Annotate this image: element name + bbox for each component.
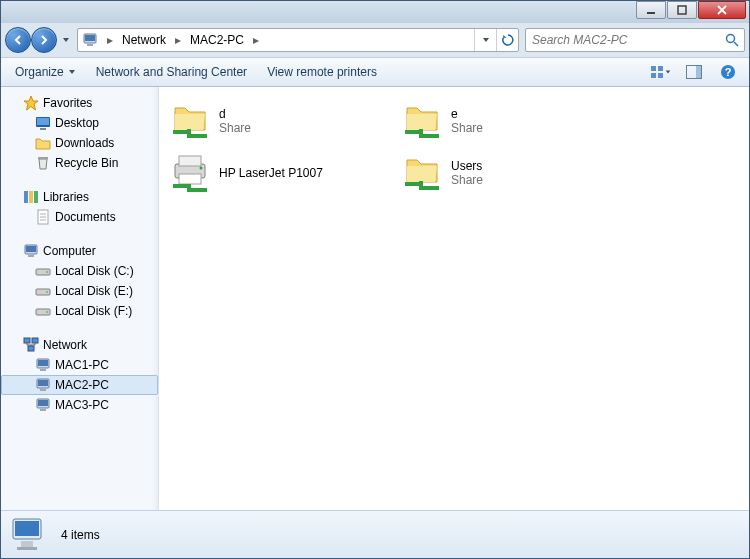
tree-group-computer: Computer Local Disk (C:) Local Disk (E:)… [1, 241, 158, 321]
network-sharing-center-link[interactable]: Network and Sharing Center [90, 63, 253, 81]
body: Favorites Desktop Downloads Recycle Bin [1, 87, 749, 510]
sidebar-item-disk-e[interactable]: Local Disk (E:) [1, 281, 158, 301]
svg-rect-39 [38, 360, 48, 366]
breadcrumb-root[interactable]: Network [116, 29, 172, 51]
sidebar-item-desktop[interactable]: Desktop [1, 113, 158, 133]
item-sub: Share [451, 173, 483, 187]
preview-pane-button[interactable] [681, 61, 707, 83]
share-folder-icon [401, 100, 443, 142]
network-label: Network [43, 338, 87, 352]
computer-header[interactable]: Computer [1, 241, 158, 261]
svg-rect-17 [40, 128, 46, 130]
sidebar-item-documents[interactable]: Documents [1, 207, 158, 227]
svg-rect-8 [658, 66, 663, 71]
chevron-right-icon[interactable]: ▸ [104, 33, 116, 47]
svg-rect-28 [28, 255, 34, 257]
toolbar: Organize Network and Sharing Center View… [1, 57, 749, 87]
address-bar[interactable]: ▸ Network ▸ MAC2-PC ▸ [77, 28, 519, 52]
search-box[interactable] [525, 28, 745, 52]
item-printer[interactable]: HP LaserJet P1007 [163, 147, 395, 199]
svg-rect-4 [87, 44, 93, 46]
item-sub: Share [451, 121, 483, 135]
breadcrumb-node[interactable]: MAC2-PC [184, 29, 250, 51]
svg-rect-56 [21, 541, 33, 547]
address-dropdown-icon[interactable] [474, 29, 496, 51]
item-share-users[interactable]: Users Share [395, 147, 627, 199]
svg-rect-1 [678, 6, 686, 14]
tree-group-favorites: Favorites Desktop Downloads Recycle Bin [1, 93, 158, 173]
status-count: 4 items [61, 528, 100, 542]
svg-rect-51 [179, 174, 201, 184]
svg-rect-43 [40, 389, 46, 391]
svg-rect-50 [179, 156, 201, 166]
chevron-right-icon[interactable]: ▸ [172, 33, 184, 47]
item-share-d[interactable]: d Share [163, 95, 395, 147]
computer-icon [35, 397, 51, 413]
computer-icon [35, 377, 51, 393]
view-mode-button[interactable] [647, 61, 673, 83]
forward-button[interactable] [31, 27, 57, 53]
sidebar-item-mac3-pc[interactable]: MAC3-PC [1, 395, 158, 415]
folder-icon [35, 135, 51, 151]
svg-rect-3 [85, 35, 95, 41]
svg-rect-20 [29, 191, 33, 203]
sidebar-item-recycle-bin[interactable]: Recycle Bin [1, 153, 158, 173]
search-icon[interactable] [724, 32, 740, 48]
item-share-e[interactable]: e Share [395, 95, 627, 147]
svg-rect-10 [658, 73, 663, 78]
navbar: ▸ Network ▸ MAC2-PC ▸ [1, 23, 749, 57]
item-name: e [451, 107, 483, 121]
back-button[interactable] [5, 27, 31, 53]
svg-rect-47 [187, 129, 191, 135]
sidebar-item-disk-c[interactable]: Local Disk (C:) [1, 261, 158, 281]
organize-label: Organize [15, 65, 64, 79]
svg-text:?: ? [725, 66, 732, 78]
computer-icon [35, 357, 51, 373]
libraries-header[interactable]: Libraries [1, 187, 158, 207]
sidebar-item-downloads[interactable]: Downloads [1, 133, 158, 153]
nav-pane: Favorites Desktop Downloads Recycle Bin [1, 87, 159, 510]
computer-icon [9, 515, 49, 555]
star-icon [23, 95, 39, 111]
printer-icon [169, 152, 211, 194]
close-button[interactable] [698, 1, 746, 19]
item-name: d [219, 107, 251, 121]
svg-rect-27 [26, 246, 36, 252]
svg-rect-0 [647, 12, 655, 14]
minimize-button[interactable] [636, 1, 666, 19]
chevron-down-icon [68, 68, 76, 76]
history-dropdown-icon[interactable] [59, 36, 73, 44]
svg-rect-53 [419, 181, 423, 187]
computer-label: Computer [43, 244, 96, 258]
favorites-label: Favorites [43, 96, 92, 110]
svg-rect-36 [32, 338, 38, 343]
item-sub: Share [219, 121, 251, 135]
network-header[interactable]: Network [1, 335, 158, 355]
svg-rect-55 [15, 521, 39, 536]
favorites-header[interactable]: Favorites [1, 93, 158, 113]
svg-rect-37 [28, 346, 34, 351]
item-name: HP LaserJet P1007 [219, 166, 323, 180]
computer-icon [23, 243, 39, 259]
drive-icon [35, 303, 51, 319]
libraries-label: Libraries [43, 190, 89, 204]
svg-rect-19 [24, 191, 28, 203]
refresh-button[interactable] [496, 29, 518, 51]
document-icon [35, 209, 51, 225]
organize-menu[interactable]: Organize [9, 63, 82, 81]
content-pane: d Share e Share [159, 87, 749, 510]
sidebar-item-mac1-pc[interactable]: MAC1-PC [1, 355, 158, 375]
explorer-window: ▸ Network ▸ MAC2-PC ▸ Organize [0, 0, 750, 559]
maximize-button[interactable] [667, 1, 697, 19]
chevron-right-icon[interactable]: ▸ [250, 33, 262, 47]
search-input[interactable] [530, 32, 724, 48]
share-folder-icon [169, 100, 211, 142]
sidebar-item-disk-f[interactable]: Local Disk (F:) [1, 301, 158, 321]
libraries-icon [23, 189, 39, 205]
nav-arrows [5, 27, 57, 53]
sidebar-item-mac2-pc[interactable]: MAC2-PC [1, 375, 158, 395]
help-button[interactable]: ? [715, 61, 741, 83]
view-remote-printers-link[interactable]: View remote printers [261, 63, 383, 81]
titlebar [1, 1, 749, 23]
svg-point-52 [200, 167, 203, 170]
